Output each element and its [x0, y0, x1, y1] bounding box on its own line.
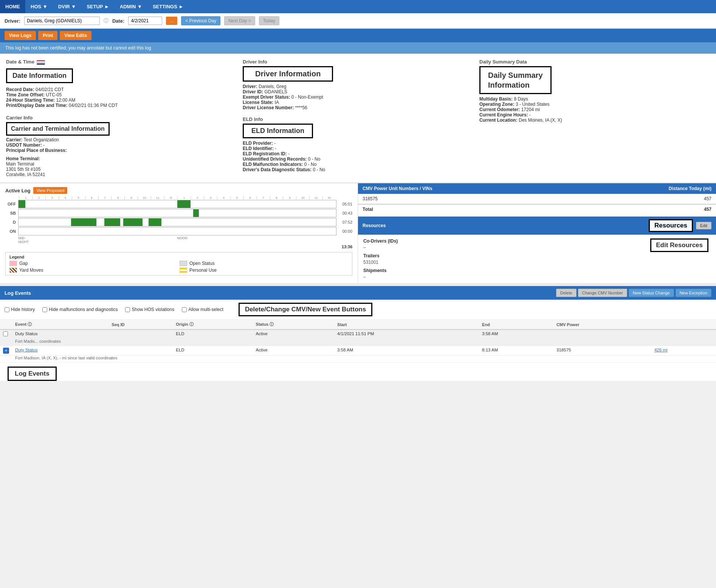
col-start: Start — [334, 320, 479, 330]
allow-multiselect-label: Allow multi-select — [188, 307, 223, 312]
print-button[interactable]: Print — [38, 31, 57, 40]
driver-input[interactable] — [24, 17, 100, 25]
allow-multiselect-checkbox[interactable] — [182, 307, 187, 312]
row2-sub-blank — [0, 356, 12, 363]
home-terminal-label: Home Terminal: — [6, 156, 237, 161]
nav-settings[interactable]: SETTINGS ► — [147, 0, 189, 13]
driver-info-icon[interactable]: ⓘ — [104, 17, 108, 24]
add-row-icon[interactable]: + — [3, 348, 9, 354]
active-log-label: Active Log — [5, 188, 30, 193]
col-status: Status ⓘ — [253, 320, 335, 330]
row2-seq-id — [108, 346, 173, 356]
row1-checkbox-cell — [0, 330, 12, 339]
home-terminal-name: Main Terminal — [6, 161, 237, 167]
filter-hide-malfunctions[interactable]: Hide malfunctions and diagnostics — [42, 307, 118, 312]
trailers-label: Trailers — [363, 253, 711, 258]
us-flag-icon — [37, 60, 45, 65]
resources-title: Resources — [363, 223, 386, 228]
yard-moves-label: Yard Moves — [19, 268, 43, 273]
carrier-terminal-annotation: Carrier and Terminal Information — [6, 122, 110, 136]
gap-label: Gap — [19, 261, 28, 266]
row1-start: 4/1/2021 11:51 PM — [334, 330, 479, 339]
view-edits-button[interactable]: View Edits — [60, 31, 91, 40]
record-date: Record Date: 04/02/21 CDT — [6, 87, 237, 92]
timezone-offset: Time Zone Offset: UTC-05 — [6, 92, 237, 97]
col-seq-id: Seq ID — [108, 320, 173, 330]
filter-allow-multiselect[interactable]: Allow multi-select — [182, 307, 223, 312]
new-status-change-button[interactable]: New Status Change — [629, 289, 674, 297]
print-date: Print/Display Date and Time: 04/02/21 01… — [6, 103, 237, 108]
eld-identifier: ELD Identifier: - — [243, 146, 473, 151]
cmv-section: CMV Power Unit Numbers / VINs Distance T… — [358, 183, 716, 214]
eld-info-section: ELD Info ELD Information ELD Provider: -… — [243, 116, 473, 172]
axis-midnight-start: MID-NIGHT — [18, 236, 29, 244]
date-label: Date: — [112, 18, 125, 24]
usdot: USDOT Number: - — [6, 142, 237, 148]
eld-reg-id: ELD Registration ID: - — [243, 151, 473, 156]
filter-hide-history[interactable]: Hide history — [5, 307, 35, 312]
row2-sub-text: Fort Madison, IA (X, X), - mi since last… — [12, 356, 716, 363]
notice-bar: This log has not been certified; you may… — [0, 42, 716, 54]
log-table-header-row: Event ⓘ Seq ID Origin ⓘ Status ⓘ Start E… — [0, 320, 716, 330]
edit-resources-button[interactable]: Edit — [696, 222, 711, 229]
row2-origin: ELD — [173, 346, 253, 356]
row1-sub-text: Fort Madis... coordinates — [12, 339, 716, 346]
table-sub-row: Fort Madis... coordinates — [0, 339, 716, 346]
nav-setup[interactable]: SETUP ► — [81, 0, 115, 13]
cmv-col2-header: Distance Today (mi) — [537, 186, 712, 191]
hide-malfunctions-checkbox[interactable] — [42, 307, 47, 312]
cmv-distance-0: 457 — [537, 196, 712, 201]
view-logs-button[interactable]: View Logs — [5, 31, 36, 40]
cmv-unit-total: Total — [363, 207, 537, 212]
date-info-annotation: Date Information — [6, 68, 73, 83]
nav-dvir[interactable]: DVIR ▼ — [53, 0, 82, 13]
driver-id-field: Driver ID: GDANIELS — [243, 89, 473, 94]
exempt-status-field: Exempt Driver Status: 0 - Non-Exempt — [243, 94, 473, 100]
col-distance — [651, 320, 716, 330]
cmv-row-0: 318575 457 — [358, 194, 716, 204]
show-violations-checkbox[interactable] — [125, 307, 130, 312]
change-cmv-button[interactable]: Change CMV Number — [578, 289, 627, 297]
filter-show-violations[interactable]: Show HOS violations — [125, 307, 174, 312]
legend-personal-use: Personal Use — [180, 268, 348, 273]
col-origin: Origin ⓘ — [173, 320, 253, 330]
row1-seq-id — [108, 330, 173, 339]
row1-origin: ELD — [173, 330, 253, 339]
legend-title: Legend — [9, 255, 348, 259]
carrier-name: Carrier: Test Organization — [6, 137, 237, 142]
prev-day-button[interactable]: < Previous Day — [181, 16, 220, 25]
shipments-label: Shipments — [363, 268, 711, 273]
nav-home[interactable]: HOME — [0, 0, 25, 13]
date-input[interactable] — [128, 17, 162, 25]
new-exception-button[interactable]: New Exception — [676, 289, 711, 297]
daily-summary-section: Daily Summary Data Daily SummaryInformat… — [479, 59, 710, 123]
driver-info-section: Driver Info Driver Information Driver: D… — [243, 59, 473, 110]
row1-distance — [651, 330, 716, 339]
legend-gap: Gap — [9, 261, 178, 266]
row1-sub-blank — [0, 339, 12, 346]
nav-hos[interactable]: HOS ▼ — [25, 0, 53, 13]
action-bar: View Logs Print View Edits — [0, 29, 716, 42]
home-terminal-address2: Coralville, IA 52241 — [6, 172, 237, 177]
legend-open-status: Open Status — [180, 261, 348, 266]
row1-end: 3:58 AM — [479, 330, 553, 339]
row1-checkbox[interactable] — [3, 331, 8, 336]
total-time: 13:36 — [5, 244, 352, 249]
view-proposed-button[interactable]: View Proposed — [33, 187, 67, 194]
current-location: Current Location: Des Moines, IA (X, X) — [479, 118, 710, 123]
carrier-info-section: Carrier Info Carrier and Terminal Inform… — [6, 115, 237, 177]
nav-admin[interactable]: ADMIN ▼ — [115, 0, 147, 13]
row2-event-link[interactable]: Duty Status — [15, 348, 37, 352]
row1-event: Duty Status — [12, 330, 108, 339]
row2-distance-link[interactable]: 426 mi — [654, 348, 668, 352]
date-picker-button[interactable]: ... — [166, 17, 177, 25]
license-state-field: License State: IA — [243, 100, 473, 105]
log-table: Event ⓘ Seq ID Origin ⓘ Status ⓘ Start E… — [0, 320, 716, 363]
delete-button[interactable]: Delete — [556, 289, 577, 297]
trailers-value: 531001 — [363, 260, 711, 265]
edit-resources-annotation: Edit Resources — [650, 238, 708, 252]
gap-swatch — [9, 261, 17, 266]
row1-cmv-power — [553, 330, 651, 339]
hide-history-checkbox[interactable] — [5, 307, 9, 312]
right-panel: CMV Power Unit Numbers / VINs Distance T… — [358, 183, 716, 283]
